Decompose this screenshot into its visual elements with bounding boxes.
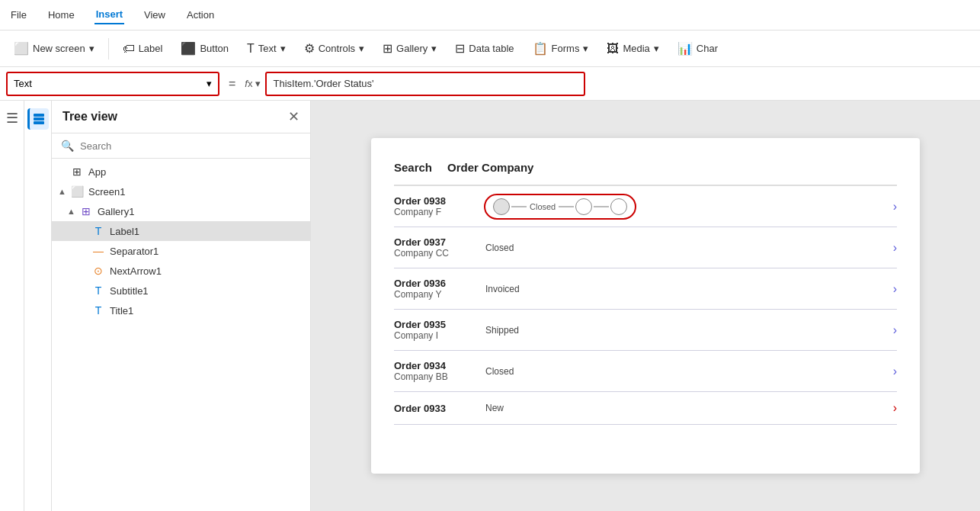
tree-label-screen1: Screen1 (88, 186, 125, 198)
gallery-button[interactable]: ⊞ Gallery ▾ (375, 37, 444, 59)
tree-label-gallery1: Gallery1 (98, 206, 134, 217)
gallery-row-3[interactable]: Order 0935 Company I Shipped › (394, 310, 897, 351)
char-button[interactable]: 📊 Char (670, 37, 725, 59)
chart-icon: 📊 (677, 41, 693, 56)
chevron-down-icon-forms: ▾ (583, 43, 588, 54)
pill-line-3 (594, 206, 609, 207)
data-table-button[interactable]: ⊟ Data table (447, 37, 521, 59)
row-order-3: Order 0935 (394, 319, 485, 330)
tree-item-app[interactable]: ⊞ App (52, 162, 310, 182)
row-chevron-2[interactable]: › (893, 282, 897, 296)
tree-header: Tree view ✕ (52, 101, 310, 133)
tree-title: Tree view (62, 110, 117, 124)
row-status-2: Invoiced (485, 284, 893, 294)
row-chevron-3[interactable]: › (893, 323, 897, 337)
gallery-row-1[interactable]: Order 0937 Company CC Closed › (394, 227, 897, 268)
new-screen-button[interactable]: ⬜ New screen ▾ (6, 37, 102, 59)
new-screen-icon: ⬜ (14, 41, 29, 56)
row-order-2: Order 0936 (394, 278, 485, 289)
tree-item-title1[interactable]: T Title1 (52, 300, 310, 320)
tree-close-button[interactable]: ✕ (288, 108, 299, 125)
gallery-row-4[interactable]: Order 0934 Company BB Closed › (394, 351, 897, 392)
menu-file[interactable]: File (9, 6, 28, 24)
svg-rect-1 (34, 117, 44, 121)
row-status-5: New (485, 403, 893, 413)
tree-label-label1: Label1 (110, 226, 139, 237)
media-icon: 🖼 (607, 42, 619, 56)
chevron-down-icon: ▾ (89, 43, 94, 54)
controls-button[interactable]: ⚙ Controls ▾ (296, 37, 372, 59)
row-chevron-5[interactable]: › (893, 401, 897, 415)
tree-item-nextarrow1[interactable]: ⊙ NextArrow1 (52, 261, 310, 281)
row-company-3: Company I (394, 330, 485, 341)
tree-search-input[interactable] (80, 140, 301, 152)
chevron-down-icon-gallery: ▾ (431, 43, 437, 54)
sidebar-toggle-button[interactable]: ☰ (0, 101, 24, 511)
tree-search-bar: 🔍 (52, 133, 310, 159)
gallery-search-text: Search (394, 161, 432, 174)
expand-icon-screen1: ▲ (58, 187, 67, 196)
row-company-0: Company F (394, 207, 485, 217)
gallery-row-2[interactable]: Order 0936 Company Y Invoiced › (394, 268, 897, 310)
tree-item-gallery1[interactable]: ▲ ⊞ Gallery1 (52, 201, 310, 221)
tree-item-label1[interactable]: T Label1 (52, 221, 310, 241)
label-tree-icon: T (91, 225, 105, 237)
gallery-row-0[interactable]: Order 0938 Company F Closed › (394, 186, 897, 227)
toolbar-separator-1 (108, 38, 109, 59)
label-button[interactable]: 🏷 Label (115, 38, 171, 59)
fx-button[interactable]: fx ▾ (245, 78, 261, 89)
formula-input-wrapper (265, 72, 585, 96)
pill-circle-3 (610, 198, 627, 215)
formula-bar: Text ▾ = fx ▾ (0, 67, 980, 101)
row-order-4: Order 0934 (394, 360, 485, 371)
gallery-order-company-text: Order Company (447, 161, 533, 174)
forms-button[interactable]: 📋 Forms ▾ (525, 37, 597, 59)
icon-strip (24, 101, 52, 511)
row-company-4: Company BB (394, 371, 485, 382)
button-button[interactable]: ⬛ Button (173, 37, 236, 59)
tree-label-title1: Title1 (110, 305, 133, 317)
row-titles-0: Order 0938 Company F (394, 195, 485, 217)
gallery-row-5[interactable]: Order 0933 New › (394, 392, 897, 425)
row-titles-5: Order 0933 (394, 403, 485, 414)
menu-bar: File Home Insert View Action (0, 0, 980, 31)
menu-insert[interactable]: Insert (94, 5, 124, 24)
gallery-header: Search Order Company (394, 153, 897, 186)
button-icon: ⬛ (181, 41, 196, 56)
canvas-area: Search Order Company Order 0938 Company … (311, 101, 980, 511)
layers-icon-button[interactable] (27, 108, 49, 130)
gallery-icon: ⊞ (383, 41, 392, 56)
formula-input[interactable] (273, 78, 578, 89)
arrow-tree-icon: ⊙ (91, 265, 105, 277)
row-order-5: Order 0933 (394, 403, 485, 414)
row-order-0: Order 0938 (394, 195, 485, 207)
text-button[interactable]: T Text ▾ (239, 38, 293, 59)
data-table-icon: ⊟ (455, 41, 465, 56)
forms-icon: 📋 (533, 41, 548, 56)
menu-home[interactable]: Home (46, 6, 76, 24)
tree-item-subtitle1[interactable]: T Subtitle1 (52, 281, 310, 300)
chevron-down-icon-media: ▾ (654, 43, 659, 54)
row-chevron-0[interactable]: › (893, 200, 897, 214)
row-titles-4: Order 0934 Company BB (394, 360, 485, 382)
tree-label-arrow1: NextArrow1 (110, 265, 162, 277)
row-chevron-4[interactable]: › (893, 365, 897, 378)
row-chevron-1[interactable]: › (893, 241, 897, 255)
media-button[interactable]: 🖼 Media ▾ (599, 38, 666, 59)
text-icon: T (247, 42, 255, 56)
chevron-down-icon-text: ▾ (280, 43, 286, 54)
pill-status-text: Closed (530, 202, 556, 211)
tree-panel: Tree view ✕ 🔍 ⊞ App ▲ ⬜ Screen1 ▲ ⊞ (52, 101, 311, 511)
fx-icon: fx (245, 78, 252, 89)
menu-view[interactable]: View (143, 6, 167, 24)
tree-label-sub1: Subtitle1 (110, 285, 149, 297)
title-tree-icon: T (91, 304, 105, 317)
tree-item-separator1[interactable]: — Separator1 (52, 241, 310, 261)
tree-item-screen1[interactable]: ▲ ⬜ Screen1 (52, 182, 310, 201)
menu-action[interactable]: Action (185, 6, 216, 24)
svg-rect-2 (34, 121, 44, 124)
row-company-1: Company CC (394, 248, 485, 259)
property-selector[interactable]: Text ▾ (6, 72, 219, 96)
app-icon: ⊞ (70, 166, 84, 178)
tree-label-app: App (88, 166, 106, 178)
